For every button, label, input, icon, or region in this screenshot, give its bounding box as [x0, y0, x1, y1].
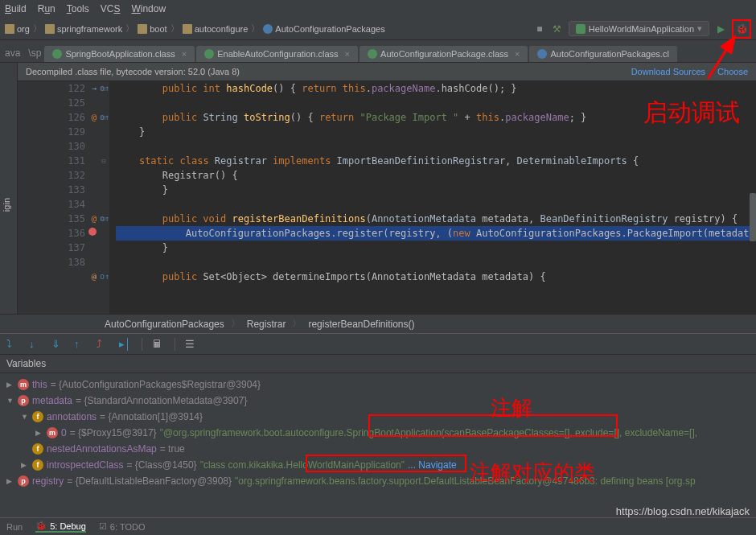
editor-area: Decompiled .class file, bytecode version… — [0, 63, 756, 314]
tool-window-bar-left[interactable] — [0, 63, 18, 314]
debug-button-highlight: 🐞 — [732, 19, 751, 39]
variables-body[interactable]: ▶m this = {AutoConfigurationPackages$Reg… — [0, 373, 756, 492]
step-out-icon[interactable]: ↑ — [74, 338, 87, 351]
decompiled-banner: Decompiled .class file, bytecode version… — [18, 63, 756, 81]
menu-window[interactable]: Window — [131, 3, 166, 14]
close-icon[interactable]: × — [515, 49, 520, 59]
crumb-outer[interactable]: AutoConfigurationPackages — [105, 319, 224, 330]
run-icon[interactable]: ▶ — [714, 23, 727, 35]
folder-icon — [45, 24, 55, 34]
structure-crumb-bar: AutoConfigurationPackages〉 Registrar〉 re… — [0, 314, 756, 333]
breadcrumb: org〉 springframework〉 boot〉 autoconfigur… — [5, 23, 533, 35]
toolbar-right: ■ ⚒ HelloWorldMainApplication ▾ ▶ 🐞 — [533, 19, 751, 39]
variable-row[interactable]: ▶p registry = {DefaultListableBeanFactor… — [6, 473, 750, 489]
debug-toolbar: ⤵ ↓ ⇓ ↑ ⤴ ▸│ 🖩 ☰ — [0, 334, 756, 355]
crumb-springframework[interactable]: springframework — [45, 24, 122, 34]
separator — [175, 338, 175, 351]
editor-scrollbar[interactable] — [750, 193, 756, 241]
interface-icon — [368, 49, 377, 59]
editor-tabs: ava \sp SpringBootApplication.class× Ena… — [0, 40, 756, 63]
tab-prefix: ava — [0, 44, 25, 62]
variable-row[interactable]: ▶m this = {AutoConfigurationPackages$Reg… — [6, 377, 750, 393]
folder-icon — [138, 24, 147, 34]
close-icon[interactable]: × — [345, 49, 350, 59]
bottom-tool-tabs: Run 🐞 5: Debug ☑ 6: TODO — [0, 517, 756, 535]
app-icon — [576, 24, 585, 34]
variable-row[interactable]: ▶m 0 = {$Proxy15@3917} "@org.springframe… — [6, 425, 750, 441]
variable-row[interactable]: ▼p metadata = {StandardAnnotationMetadat… — [6, 393, 750, 409]
build-icon[interactable]: ⚒ — [551, 23, 564, 35]
menu-bar: Build Run Tools VCS Window — [0, 0, 756, 18]
tab-path: \sp — [25, 44, 44, 62]
evaluate-icon[interactable]: 🖩 — [152, 338, 165, 351]
drop-frame-icon[interactable]: ⤴ — [97, 338, 109, 351]
crumb-boot[interactable]: boot — [138, 24, 166, 34]
bottom-tab-todo[interactable]: ☑ 6: TODO — [99, 521, 146, 532]
menu-vcs[interactable]: VCS — [101, 3, 121, 14]
class-icon — [263, 24, 273, 34]
crumb-autoconfigure[interactable]: autoconfigure — [183, 24, 249, 34]
interface-icon — [204, 49, 214, 59]
annotation-class: 注解对应的类 — [470, 459, 595, 487]
bottom-tab-run[interactable]: Run — [6, 522, 23, 532]
run-config-label: HelloWorldMainApplication — [589, 24, 694, 34]
folder-icon — [183, 24, 192, 34]
interface-icon — [52, 49, 62, 59]
variable-row[interactable]: ▶f introspectedClass = {Class@1450} "cla… — [6, 457, 750, 473]
crumb-class[interactable]: AutoConfigurationPackages — [263, 24, 384, 34]
force-step-icon[interactable]: ⇓ — [51, 338, 64, 351]
tab-enableautoconfiguration[interactable]: EnableAutoConfiguration.class× — [196, 46, 358, 62]
tab-autoconfigurationpackage[interactable]: AutoConfigurationPackage.class× — [360, 46, 528, 62]
menu-tools[interactable]: Tools — [67, 3, 89, 14]
choose-sources-link[interactable]: Choose — [717, 67, 748, 76]
tab-springbootapplication[interactable]: SpringBootApplication.class× — [44, 46, 195, 62]
run-to-cursor-icon[interactable]: ▸│ — [119, 338, 132, 351]
menu-build[interactable]: Build — [5, 3, 27, 14]
settings-icon[interactable]: ☰ — [185, 338, 198, 351]
crumb-inner[interactable]: Registrar — [247, 319, 286, 330]
crumb-org[interactable]: org — [5, 24, 30, 34]
crumb-method[interactable]: registerBeanDefinitions() — [308, 319, 414, 330]
step-into-icon[interactable]: ↓ — [29, 338, 42, 351]
annotation-anno: 注解 — [491, 394, 532, 422]
annotation-debug: 启动调试 — [643, 97, 740, 130]
toolbar: org〉 springframework〉 boot〉 autoconfigur… — [0, 18, 756, 40]
close-icon[interactable]: × — [182, 49, 187, 59]
side-label: igin — [0, 193, 13, 216]
folder-icon — [5, 24, 14, 34]
gutter[interactable]: 122o↑→125126@o↑129130131132133134135@o↑1… — [18, 81, 98, 314]
variable-row[interactable]: ▼f annotations = {Annotation[1]@3914} — [6, 409, 750, 425]
variables-header: Variables — [0, 355, 756, 373]
step-over-icon[interactable]: ⤵ — [6, 338, 19, 351]
debug-panel: ⤵ ↓ ⇓ ↑ ⤴ ▸│ 🖩 ☰ Variables ▶m this = {Au… — [0, 333, 756, 492]
menu-run[interactable]: Run — [38, 3, 55, 14]
bottom-tab-debug[interactable]: 🐞 5: Debug — [35, 521, 86, 533]
download-sources-link[interactable]: Download Sources — [631, 67, 705, 76]
tab-autoconfigurationpackages[interactable]: AutoConfigurationPackages.cl — [529, 46, 676, 62]
run-config-selector[interactable]: HelloWorldMainApplication ▾ — [569, 21, 709, 36]
stop-icon[interactable]: ■ — [533, 23, 546, 35]
separator — [142, 338, 142, 351]
debug-icon[interactable]: 🐞 — [735, 23, 748, 35]
watermark: https://blog.csdn.net/kikajack — [616, 505, 750, 517]
variable-row[interactable]: f nestedAnnotationsAsMap = true — [6, 441, 750, 457]
decompiled-msg: Decompiled .class file, bytecode version… — [26, 67, 240, 76]
class-icon — [537, 49, 547, 59]
